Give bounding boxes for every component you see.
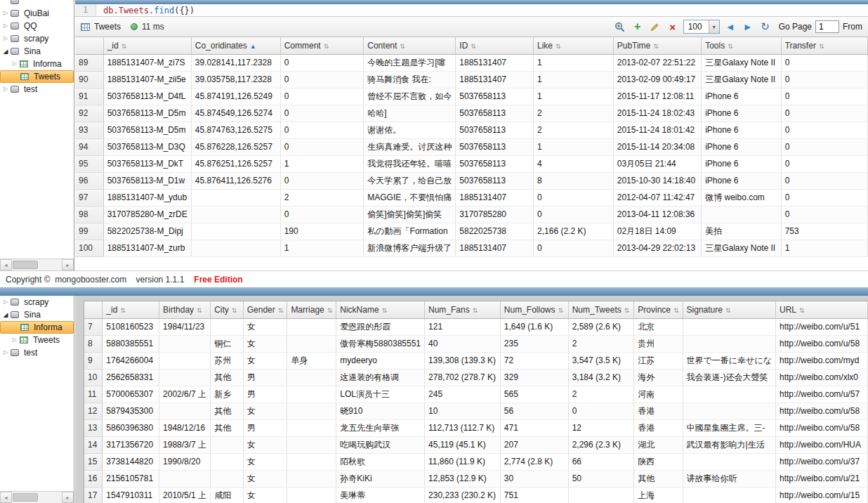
table-cell[interactable]: 30: [500, 470, 568, 487]
table-cell[interactable]: 2015-11-17 12:08:11: [613, 88, 701, 105]
table-cell[interactable]: 这逼装的有格调: [336, 369, 425, 386]
table-cell[interactable]: 245: [425, 386, 501, 403]
table-cell[interactable]: 2: [568, 335, 634, 352]
table-cell[interactable]: [287, 419, 336, 436]
table-cell[interactable]: 112,713 (112.7 K): [425, 419, 501, 436]
table-cell[interactable]: 骑马舞消食 我在:: [364, 71, 456, 88]
table-cell[interactable]: 吃喝玩购武汉: [336, 436, 425, 453]
table-cell[interactable]: 三星Galaxy Note II: [702, 54, 782, 71]
row-number[interactable]: 96: [75, 172, 103, 189]
table-cell[interactable]: 1: [534, 54, 614, 71]
table-cell[interactable]: 3170785280: [456, 206, 534, 223]
table-cell[interactable]: [211, 436, 244, 453]
table-cell[interactable]: 三星Galaxy Note II: [702, 240, 782, 256]
table-cell[interactable]: 45.876411,126.5276: [191, 172, 280, 189]
table-cell[interactable]: 其他: [211, 369, 244, 386]
table-cell[interactable]: iPhone 6: [702, 105, 782, 122]
table-cell[interactable]: [287, 470, 336, 487]
table-cell[interactable]: [159, 352, 211, 369]
table-cell[interactable]: 曾经不屈不言败，如今: [364, 88, 456, 105]
table-cell[interactable]: 0: [781, 138, 867, 155]
scroll-left-button[interactable]: ◄: [0, 259, 12, 270]
tree-item-sina[interactable]: ◢Sina: [0, 308, 74, 321]
column-header-like[interactable]: Like⇅: [534, 37, 614, 54]
table-cell[interactable]: 2,166 (2.2 K): [534, 223, 614, 240]
row-number[interactable]: 11: [84, 386, 103, 403]
table-cell[interactable]: 8: [534, 172, 614, 189]
table-cell[interactable]: [287, 386, 336, 403]
scrollbar-thumb[interactable]: [13, 493, 38, 502]
table-cell[interactable]: [191, 206, 280, 223]
row-number[interactable]: 100: [75, 240, 103, 256]
table-cell[interactable]: [287, 436, 336, 453]
table-cell[interactable]: 1984/11/23: [159, 318, 211, 335]
table-cell[interactable]: 0: [280, 122, 364, 138]
table-cell[interactable]: 1: [781, 240, 867, 256]
table-cell[interactable]: 3738144820: [103, 453, 159, 470]
table-cell[interactable]: 生病真难受。讨厌这种: [364, 138, 456, 155]
tree-item-test[interactable]: ▷test: [0, 83, 74, 96]
table-cell[interactable]: [191, 189, 280, 206]
table-cell[interactable]: 新浪微博客户端升级了: [364, 240, 456, 256]
table-cell[interactable]: [683, 453, 775, 470]
table-cell[interactable]: 139,308 (139.3 K): [425, 352, 501, 369]
table-cell[interactable]: [287, 403, 336, 419]
table-cell[interactable]: 121: [425, 318, 501, 335]
table-cell[interactable]: 207: [500, 436, 568, 453]
table-cell[interactable]: [287, 453, 336, 470]
column-header-pubtime[interactable]: PubTime⇅: [613, 37, 701, 54]
table-cell[interactable]: [683, 487, 775, 503]
table-cell[interactable]: 湖北: [634, 436, 683, 453]
table-cell[interactable]: 2012-04-07 11:42:47: [613, 189, 701, 206]
table-cell[interactable]: 5880385551: [103, 335, 159, 352]
table-cell[interactable]: 其他: [211, 403, 244, 419]
column-header-nickname[interactable]: NickName⇅: [336, 301, 425, 318]
table-cell[interactable]: 2,774 (2.8 K): [500, 453, 568, 470]
table-cell[interactable]: 香港: [634, 419, 683, 436]
table-cell[interactable]: 0: [781, 206, 867, 223]
table-cell[interactable]: 5037658113: [456, 138, 534, 155]
column-header-transfer[interactable]: Transfer⇅: [781, 37, 867, 54]
table-cell[interactable]: 男: [243, 369, 287, 386]
table-cell[interactable]: 1885131407: [456, 71, 534, 88]
table-cell[interactable]: 5037658113-M_D1w: [103, 172, 191, 189]
delete-document-button[interactable]: ×: [666, 20, 680, 34]
table-cell[interactable]: 0: [280, 88, 364, 105]
table-cell[interactable]: 1885131407: [456, 54, 534, 71]
row-number[interactable]: 8: [84, 335, 103, 352]
table-cell[interactable]: 5037658113-M_D5m: [103, 122, 191, 138]
tree-item-tweets[interactable]: ▷Tweets: [0, 334, 74, 346]
page-number-input[interactable]: [815, 20, 839, 33]
table-cell[interactable]: 5822025738-M_Dipj: [103, 223, 191, 240]
table-cell[interactable]: 2: [534, 122, 614, 138]
table-cell[interactable]: 1: [534, 71, 614, 88]
table-cell[interactable]: 女: [243, 453, 287, 470]
table-cell[interactable]: 45.874191,126.5249: [191, 88, 280, 105]
column-header-gender[interactable]: Gender⇅: [243, 301, 287, 318]
table-cell[interactable]: 751: [500, 487, 568, 503]
table-cell[interactable]: 471: [500, 419, 568, 436]
column-header-tools[interactable]: Tools⇅: [702, 37, 782, 54]
column-header-co-oridinates[interactable]: Co_oridinates▲: [191, 37, 280, 54]
table-cell[interactable]: 今晚的主题是学习[噻: [364, 54, 456, 71]
table-cell[interactable]: 我会装逼-)还会大聲笑: [683, 369, 775, 386]
tree-item-informa[interactable]: Informa: [0, 321, 74, 334]
table-cell[interactable]: 1990/8/20: [159, 453, 211, 470]
expander-collapsed-icon[interactable]: ▷: [1, 20, 10, 32]
table-cell[interactable]: 2,589 (2.6 K): [568, 318, 634, 335]
table-cell[interactable]: 5037658113: [456, 172, 534, 189]
expander-collapsed-icon[interactable]: ▷: [1, 346, 10, 359]
table-cell[interactable]: 其他: [211, 419, 244, 436]
table-cell[interactable]: mydeeryo: [336, 352, 425, 369]
table-cell[interactable]: 3,547 (3.5 K): [568, 352, 634, 369]
table-cell[interactable]: 03月05日 21:44: [613, 155, 701, 172]
table-cell[interactable]: 5822025738: [456, 223, 534, 240]
table-cell[interactable]: 香港: [634, 403, 683, 419]
sidebar-hscrollbar-bottom[interactable]: ◄ ►: [0, 491, 74, 503]
row-number[interactable]: 93: [75, 122, 103, 138]
table-cell[interactable]: 世界で一番に幸せにな: [683, 352, 775, 369]
column-header-id[interactable]: ID⇅: [456, 37, 534, 54]
query-editor[interactable]: 1 db.Tweets.find({}): [75, 4, 868, 17]
sidebar-hscrollbar-top[interactable]: ◄ ►: [0, 259, 74, 270]
table-cell[interactable]: 45,119 (45.1 K): [425, 436, 501, 453]
